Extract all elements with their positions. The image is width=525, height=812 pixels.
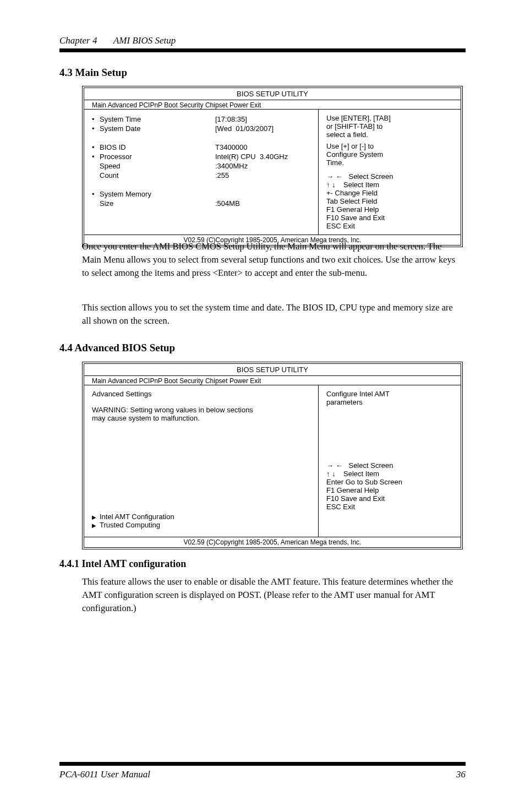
nav-change-field: +- Change Field [326,189,453,197]
row-sysmem: System Memory [100,190,215,198]
val-systime: [17:08:35] [215,115,247,123]
bios2-left-pane: Advanced Settings WARNING: Setting wrong… [84,385,319,537]
help2-l1: Configure Intel AMT [326,390,453,398]
bios2-right-pane: Configure Intel AMT parameters → ← Selec… [319,385,461,537]
row-sysdate: System Date [100,124,215,133]
submenu-trusted: Trusted Computing [92,521,174,529]
nav2-help: F1 General Help [326,486,453,494]
nav-help: F1 General Help [326,205,453,214]
subsection-title: 4.4.1 Intel AMT configuration [59,558,186,570]
arrow-left-icon: ← [336,172,343,181]
footer-rule [59,762,466,766]
section-title-main: 4.3 Main Setup [59,67,127,79]
adv-settings: Advanced Settings [92,390,310,398]
arrow-right-icon: → [326,461,333,470]
row-speed: Speed [100,162,215,170]
val-speed: :3400MHz [215,162,248,170]
bios2-footer: V02.59 (C)Copyright 1985-2005, American … [84,537,461,547]
help-l6: Time. [326,159,453,167]
nav-save: F10 Save and Exit [326,214,453,222]
chapter-number: Chapter 4 [59,35,97,46]
section-title-advanced: 4.4 Advanced BIOS Setup [59,342,175,354]
val-biosid: T3400000 [215,143,248,151]
bios-left-pane: System Time[17:08:35] System Date[Wed 01… [84,110,319,235]
val-count: :255 [215,171,229,179]
val-sysdate: [Wed 01/03/2007] [215,124,274,133]
arrow-up-icon: ↑ [326,470,330,478]
nav2-enter: Enter Go to Sub Screen [326,478,453,486]
nav2-select-screen: → ← Select Screen [326,461,453,470]
help-l2: or [SHIFT-TAB] to [326,122,453,130]
arrow-up-icon: ↑ [326,181,330,189]
nav2-exit: ESC Exit [326,503,453,511]
row-processor: Processor [100,152,215,161]
adv-warn2: may cause system to malfunction. [92,414,310,422]
bios-screenshot-advanced: BIOS SETUP UTILITY Main Advanced PCIPnP … [82,362,463,549]
arrow-right-icon: → [326,172,333,181]
nav2-select-item: ↑ ↓ Select Item [326,470,453,478]
main-desc-2: This section allows you to set the syste… [82,301,463,328]
help-l3: select a field. [326,130,453,139]
row-systime: System Time [100,115,215,123]
nav-exit: ESC Exit [326,222,453,230]
row-size: Size [100,199,215,208]
submenu-amt: Intel AMT Configuration [92,513,174,521]
row-biosid: BIOS ID [100,143,215,151]
help-l1: Use [ENTER], [TAB] [326,114,453,122]
nav-select-screen: → ← Select Screen [326,172,453,181]
chapter-label: Chapter 4 AMI BIOS Setup [59,35,466,46]
adv-warn1: WARNING: Setting wrong values in below s… [92,406,310,414]
help-l5: Configure System [326,150,453,159]
bios-title: BIOS SETUP UTILITY [84,88,461,100]
bios2-title: BIOS SETUP UTILITY [84,364,461,376]
row-count: Count [100,171,215,179]
arrow-down-icon: ↓ [332,470,336,478]
nav2-save: F10 Save and Exit [326,494,453,503]
subsection-body: This feature allows the user to enable o… [82,575,463,615]
help-l4: Use [+] or [-] to [326,142,453,150]
val-size: :504MB [215,199,240,208]
nav-select-item: ↑ ↓ Select Item [326,181,453,189]
val-processor: Intel(R) CPU 3.40GHz [215,152,288,161]
bios-right-pane: Use [ENTER], [TAB] or [SHIFT-TAB] to sel… [319,110,461,235]
bios-tabs: Main Advanced PCIPnP Boot Security Chips… [84,100,461,109]
footer-manual-name: PCA-6011 User Manual [59,769,150,780]
nav-select-field: Tab Select Field [326,197,453,205]
footer-page-number: 36 [456,769,466,780]
arrow-down-icon: ↓ [332,181,336,189]
header-rule [59,48,466,52]
arrow-left-icon: ← [336,461,343,470]
bios2-tabs: Main Advanced PCIPnP Boot Security Chips… [84,376,461,385]
help2-l2: parameters [326,398,453,406]
bios-screenshot-main: BIOS SETUP UTILITY Main Advanced PCIPnP … [82,86,463,247]
main-desc-1: Once you enter the AMI BIOS CMOS Setup U… [82,240,463,280]
chapter-title: AMI BIOS Setup [113,35,176,46]
